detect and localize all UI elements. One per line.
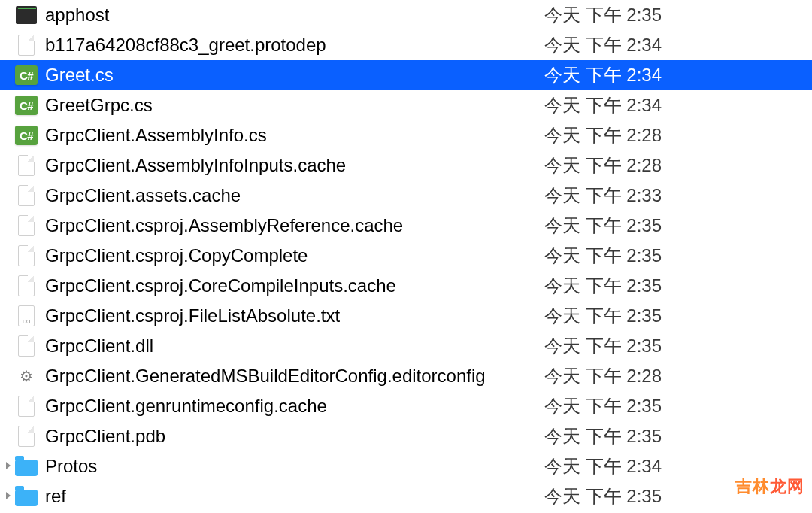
file-name: GrpcClient.AssemblyInfoInputs.cache xyxy=(45,155,544,176)
file-name: Greet.cs xyxy=(45,65,544,86)
generic-file-icon xyxy=(18,426,35,447)
row-icon xyxy=(14,305,39,327)
file-row[interactable]: GrpcClient.csproj.CopyComplete今天 下午 2:35 xyxy=(0,241,812,271)
file-name: GrpcClient.dll xyxy=(45,335,544,357)
file-name: GrpcClient.csproj.CoreCompileInputs.cach… xyxy=(45,275,544,296)
row-icon xyxy=(14,154,39,177)
row-icon xyxy=(14,4,39,26)
row-icon: C# xyxy=(14,124,39,147)
gear-icon: ⚙ xyxy=(20,369,33,384)
file-row[interactable]: GrpcClient.csproj.AssemblyReference.cach… xyxy=(0,211,812,241)
modified-date: 今天 下午 2:33 xyxy=(544,184,812,208)
row-icon xyxy=(14,335,39,357)
generic-file-icon xyxy=(18,335,35,357)
file-name: GrpcClient.AssemblyInfo.cs xyxy=(45,125,544,146)
row-icon xyxy=(14,244,39,267)
generic-file-icon xyxy=(18,215,35,236)
row-icon: C# xyxy=(14,64,39,87)
file-row[interactable]: ⚙GrpcClient.GeneratedMSBuildEditorConfig… xyxy=(0,361,812,391)
row-icon: ⚙ xyxy=(14,365,39,387)
row-icon xyxy=(14,425,39,448)
file-name: GrpcClient.csproj.AssemblyReference.cach… xyxy=(45,215,544,236)
generic-file-icon xyxy=(18,155,35,176)
file-row[interactable]: GrpcClient.csproj.CoreCompileInputs.cach… xyxy=(0,271,812,301)
file-name: ref xyxy=(45,486,544,507)
row-icon xyxy=(14,34,39,56)
file-row[interactable]: C#Greet.cs今天 下午 2:34 xyxy=(0,60,812,90)
file-name: GrpcClient.genruntimeconfig.cache xyxy=(45,396,544,417)
row-icon xyxy=(14,275,39,297)
modified-date: 今天 下午 2:28 xyxy=(544,123,812,147)
csharp-file-icon: C# xyxy=(15,126,38,145)
disclosure-chevron[interactable] xyxy=(3,490,14,502)
row-icon xyxy=(14,184,39,207)
file-name: GreetGrpc.cs xyxy=(45,95,544,116)
csharp-file-icon: C# xyxy=(15,96,38,115)
modified-date: 今天 下午 2:34 xyxy=(544,63,812,87)
modified-date: 今天 下午 2:35 xyxy=(544,3,812,27)
file-row[interactable]: GrpcClient.csproj.FileListAbsolute.txt今天… xyxy=(0,301,812,331)
file-list: apphost今天 下午 2:35b117a64208cf88c3_greet.… xyxy=(0,0,812,511)
folder-icon xyxy=(15,460,38,476)
row-icon xyxy=(14,485,39,508)
watermark: 吉林龙网 xyxy=(735,475,804,498)
row-icon xyxy=(14,455,39,478)
modified-date: 今天 下午 2:28 xyxy=(544,364,812,388)
file-row[interactable]: GrpcClient.genruntimeconfig.cache今天 下午 2… xyxy=(0,391,812,421)
row-icon xyxy=(14,214,39,237)
generic-file-icon xyxy=(18,275,35,296)
folder-row[interactable]: ref今天 下午 2:35 xyxy=(0,481,812,511)
modified-date: 今天 下午 2:35 xyxy=(544,244,812,268)
modified-date: 今天 下午 2:28 xyxy=(544,153,812,178)
modified-date: 今天 下午 2:35 xyxy=(544,304,812,328)
modified-date: 今天 下午 2:35 xyxy=(544,274,812,298)
executable-icon xyxy=(16,6,37,24)
generic-file-icon xyxy=(18,396,35,417)
file-name: apphost xyxy=(45,5,544,26)
modified-date: 今天 下午 2:35 xyxy=(544,214,812,238)
file-row[interactable]: b117a64208cf88c3_greet.protodep今天 下午 2:3… xyxy=(0,30,812,60)
modified-date: 今天 下午 2:34 xyxy=(544,93,812,117)
disclosure-chevron[interactable] xyxy=(3,460,14,472)
row-icon: C# xyxy=(14,94,39,117)
generic-file-icon xyxy=(18,245,35,266)
folder-row[interactable]: Protos今天 下午 2:34 xyxy=(0,451,812,481)
file-row[interactable]: GrpcClient.assets.cache今天 下午 2:33 xyxy=(0,181,812,211)
modified-date: 今天 下午 2:35 xyxy=(544,424,812,448)
file-name: Protos xyxy=(45,456,544,477)
modified-date: 今天 下午 2:35 xyxy=(544,334,812,358)
watermark-part-1: 吉林 xyxy=(735,477,770,496)
row-icon xyxy=(14,395,39,417)
file-row[interactable]: GrpcClient.pdb今天 下午 2:35 xyxy=(0,421,812,451)
modified-date: 今天 下午 2:35 xyxy=(544,394,812,418)
file-row[interactable]: GrpcClient.dll今天 下午 2:35 xyxy=(0,331,812,361)
file-name: GrpcClient.GeneratedMSBuildEditorConfig.… xyxy=(45,366,544,387)
text-file-icon xyxy=(18,305,35,326)
file-name: GrpcClient.csproj.CopyComplete xyxy=(45,245,544,266)
file-name: GrpcClient.csproj.FileListAbsolute.txt xyxy=(45,305,544,326)
file-name: GrpcClient.pdb xyxy=(45,426,544,447)
folder-icon xyxy=(15,490,38,506)
file-row[interactable]: C#GrpcClient.AssemblyInfo.cs今天 下午 2:28 xyxy=(0,120,812,150)
generic-file-icon xyxy=(18,185,35,206)
file-name: b117a64208cf88c3_greet.protodep xyxy=(45,35,544,56)
watermark-part-2: 龙网 xyxy=(770,477,804,496)
modified-date: 今天 下午 2:34 xyxy=(544,33,812,57)
file-name: GrpcClient.assets.cache xyxy=(45,185,544,206)
file-row[interactable]: apphost今天 下午 2:35 xyxy=(0,0,812,30)
generic-file-icon xyxy=(18,35,35,56)
file-row[interactable]: C#GreetGrpc.cs今天 下午 2:34 xyxy=(0,90,812,120)
file-row[interactable]: GrpcClient.AssemblyInfoInputs.cache今天 下午… xyxy=(0,150,812,181)
csharp-file-icon: C# xyxy=(15,65,38,85)
